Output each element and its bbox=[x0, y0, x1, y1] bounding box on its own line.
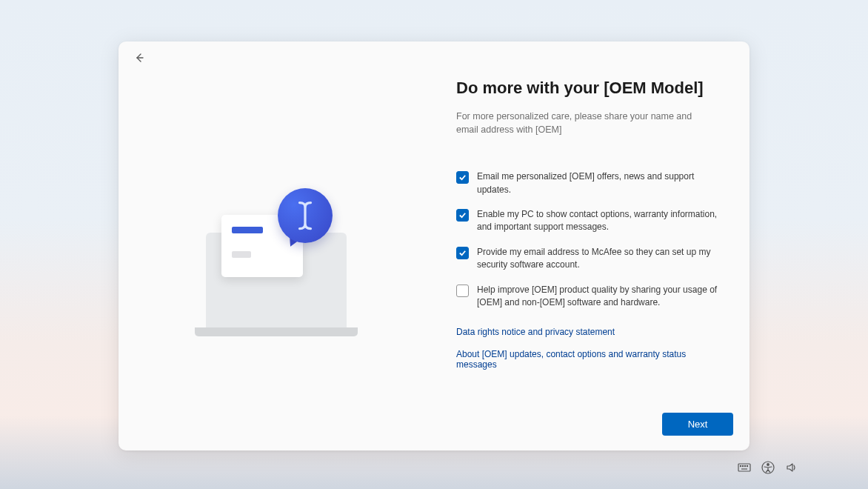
page-title: Do more with your [OEM Model] bbox=[456, 79, 723, 98]
form-pane: Do more with your [OEM Model] For more p… bbox=[434, 41, 750, 450]
option-label: Enable my PC to show contact options, wa… bbox=[477, 208, 723, 234]
option-label: Email me personalized [OEM] offers, news… bbox=[477, 170, 723, 196]
option-label: Provide my email address to McAfee so th… bbox=[477, 246, 723, 272]
checkbox-email-offers[interactable] bbox=[456, 171, 469, 184]
checkbox-mcafee[interactable] bbox=[456, 247, 469, 259]
volume-icon[interactable] bbox=[785, 461, 798, 474]
svg-point-9 bbox=[767, 464, 769, 466]
checkbox-product-quality[interactable] bbox=[456, 285, 469, 297]
checkbox-contact-warranty[interactable] bbox=[456, 209, 469, 222]
privacy-link[interactable]: Data rights notice and privacy statement bbox=[456, 327, 723, 337]
option-contact-warranty: Enable my PC to show contact options, wa… bbox=[456, 208, 723, 234]
svg-point-4 bbox=[742, 465, 743, 466]
footer-utility-icons bbox=[738, 461, 798, 474]
svg-rect-2 bbox=[738, 464, 750, 471]
next-button[interactable]: Next bbox=[662, 413, 733, 436]
laptop-illustration bbox=[195, 187, 358, 342]
svg-point-3 bbox=[740, 465, 741, 466]
keyboard-icon[interactable] bbox=[738, 461, 751, 474]
text-cursor-bubble-icon bbox=[278, 188, 333, 243]
option-label: Help improve [OEM] product quality by sh… bbox=[477, 284, 723, 310]
content-area: Do more with your [OEM Model] For more p… bbox=[118, 41, 750, 450]
page-subtitle: For more personalized care, please share… bbox=[456, 110, 701, 136]
option-mcafee: Provide my email address to McAfee so th… bbox=[456, 246, 723, 272]
option-product-quality: Help improve [OEM] product quality by sh… bbox=[456, 284, 723, 310]
oobe-dialog: Do more with your [OEM Model] For more p… bbox=[118, 41, 750, 450]
illustration-pane bbox=[118, 41, 434, 450]
accessibility-icon[interactable] bbox=[761, 461, 775, 474]
svg-point-6 bbox=[747, 465, 747, 466]
options-list: Email me personalized [OEM] offers, news… bbox=[456, 170, 723, 309]
svg-point-5 bbox=[744, 465, 745, 466]
option-email-offers: Email me personalized [OEM] offers, news… bbox=[456, 170, 723, 196]
about-link[interactable]: About [OEM] updates, contact options and… bbox=[456, 349, 723, 370]
